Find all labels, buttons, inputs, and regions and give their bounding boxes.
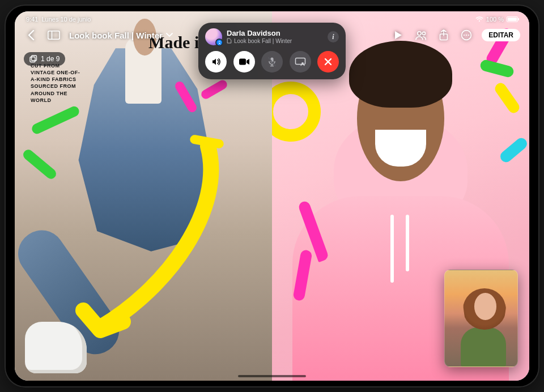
sidebar-toggle-icon[interactable] bbox=[46, 28, 61, 42]
self-view-figure bbox=[458, 291, 509, 367]
collaborate-button[interactable] bbox=[414, 28, 428, 42]
back-button[interactable] bbox=[24, 28, 39, 42]
pages-icon bbox=[29, 55, 37, 63]
share-button[interactable] bbox=[436, 28, 451, 42]
end-call-button[interactable] bbox=[317, 51, 339, 73]
marker-arrow bbox=[66, 140, 236, 356]
document-title[interactable]: Look book Fall | Winter bbox=[69, 31, 173, 40]
screen: Made in Sa CUT FROM VINTAGE ONE-OF-A-KIN… bbox=[15, 11, 529, 381]
caller-avatar bbox=[205, 28, 222, 45]
svg-point-8 bbox=[466, 35, 467, 36]
facetime-call-panel[interactable]: Darla Davidson Look book Fall | Winter i bbox=[198, 23, 346, 79]
page-indicator[interactable]: 1 de 9 bbox=[24, 52, 65, 66]
more-button[interactable] bbox=[459, 28, 474, 42]
shared-document-label: Look book Fall | Winter bbox=[227, 38, 323, 44]
svg-point-3 bbox=[418, 32, 421, 35]
svg-rect-13 bbox=[239, 59, 246, 65]
status-date: Lunes 10 de junio bbox=[41, 16, 91, 23]
self-view-pip[interactable] bbox=[444, 270, 518, 367]
shared-document-name: Look book Fall | Winter bbox=[234, 38, 292, 44]
edit-button[interactable]: EDITAR bbox=[482, 29, 520, 41]
chevron-down-icon bbox=[166, 33, 173, 37]
document-title-text: Look book Fall | Winter bbox=[69, 31, 163, 40]
play-button[interactable] bbox=[391, 28, 406, 42]
battery-icon bbox=[507, 16, 518, 22]
shareplay-button[interactable] bbox=[290, 51, 311, 73]
svg-point-4 bbox=[423, 32, 426, 35]
wifi-icon bbox=[475, 16, 483, 22]
battery-percent: 100 % bbox=[486, 16, 504, 23]
call-info-button[interactable]: i bbox=[328, 31, 339, 42]
audio-route-button[interactable] bbox=[205, 51, 227, 73]
svg-rect-10 bbox=[32, 56, 37, 61]
svg-rect-1 bbox=[48, 31, 60, 39]
svg-point-9 bbox=[468, 35, 469, 36]
camera-toggle-button[interactable] bbox=[233, 51, 255, 73]
shareplay-badge-icon bbox=[215, 39, 223, 46]
caller-name: Darla Davidson bbox=[227, 29, 323, 37]
mute-button[interactable] bbox=[261, 51, 283, 73]
home-indicator[interactable] bbox=[238, 375, 306, 377]
svg-point-0 bbox=[272, 88, 314, 135]
page-indicator-text: 1 de 9 bbox=[41, 55, 60, 63]
marker-circle bbox=[272, 78, 325, 146]
svg-rect-11 bbox=[30, 57, 35, 62]
ipad-frame: Made in Sa CUT FROM VINTAGE ONE-OF-A-KIN… bbox=[6, 6, 538, 386]
side-copy: CUT FROM VINTAGE ONE-OF-A-KIND FABRICS S… bbox=[31, 62, 82, 104]
document-icon bbox=[227, 38, 232, 44]
svg-point-7 bbox=[464, 35, 465, 36]
status-time: 9:41 bbox=[26, 16, 38, 23]
